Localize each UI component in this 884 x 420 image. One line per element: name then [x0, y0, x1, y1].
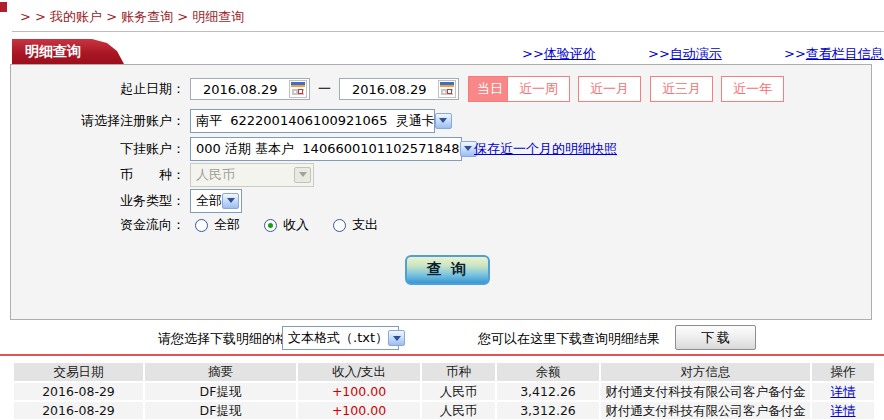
download-button[interactable]: 下载: [675, 325, 756, 350]
cell-summary: DF提现: [145, 383, 296, 400]
col-header-currency: 币种: [422, 363, 495, 381]
registered-account-label: 请选择注册账户：: [10, 112, 185, 130]
date-range-label: 起止日期：: [10, 80, 185, 98]
download-row: 请您选择下载明细的格式 文本格式（.txt） 您可以在这里下载查询明细结果 下载: [0, 325, 884, 351]
link-view-column-info[interactable]: >>查看栏目信息: [784, 45, 884, 63]
tab-detail-query[interactable]: 明细查询: [12, 39, 128, 64]
dropdown-arrow-icon[interactable]: [435, 113, 452, 129]
quick-range-week-button[interactable]: 近一周: [507, 76, 570, 102]
business-type-label: 业务类型：: [10, 192, 185, 210]
link-prefix: >>: [784, 46, 806, 61]
corner-mark: [0, 2, 7, 12]
date-separator: 一: [318, 80, 331, 98]
flow-option-income-label[interactable]: 收入: [283, 216, 309, 234]
cell-balance: 3,312.26: [497, 402, 599, 419]
quick-range-month-button[interactable]: 近一月: [578, 76, 641, 102]
registered-account-select[interactable]: 南平 6222001406100921065 灵通卡: [190, 109, 435, 133]
business-type-row: 业务类型： 全部: [10, 189, 242, 212]
save-snapshot-link[interactable]: 保存近一个月的明细快照: [474, 140, 617, 158]
table-top-divider: [0, 354, 884, 356]
cell-currency: 人民币: [422, 383, 495, 400]
calendar-icon[interactable]: [289, 80, 307, 98]
detail-query-page: > > 我的账户 > 账务查询 > 明细查询 明细查询 >>体验评价 >>自动演…: [0, 0, 884, 420]
cell-currency: 人民币: [422, 402, 495, 419]
transactions-table: 交易日期 摘要 收入/支出 币种 余额 对方信息 操作 2016-08-29 D…: [14, 363, 874, 419]
breadcrumb-divider: [12, 31, 884, 32]
sub-account-select[interactable]: 000 活期 基本户 1406600101102571848: [190, 137, 462, 161]
quick-range-year-button[interactable]: 近一年: [721, 76, 784, 102]
cell-amount: +100.00: [298, 383, 420, 400]
link-label: 自动演示: [670, 46, 722, 61]
col-header-summary: 摘要: [145, 363, 296, 381]
link-prefix: >>: [522, 46, 544, 61]
breadcrumb[interactable]: > > 我的账户 > 账务查询 > 明细查询: [20, 8, 244, 26]
radio-unchecked-icon[interactable]: [195, 219, 208, 232]
query-button[interactable]: 查 询: [405, 255, 490, 285]
col-header-date: 交易日期: [14, 363, 143, 381]
flow-option-all[interactable]: 全部: [195, 216, 240, 234]
col-header-balance: 余额: [497, 363, 599, 381]
detail-link[interactable]: 详情: [831, 384, 856, 399]
cell-date: 2016-08-29: [14, 383, 143, 400]
download-format-select[interactable]: 文本格式（.txt）: [282, 326, 399, 350]
link-label: 查看栏目信息: [806, 46, 884, 61]
cell-action: 详情: [812, 383, 874, 400]
flow-option-income[interactable]: 收入: [264, 216, 309, 234]
cell-balance: 3,412.26: [497, 383, 599, 400]
col-header-action: 操作: [812, 363, 874, 381]
col-header-amount: 收入/支出: [298, 363, 420, 381]
date-to-value: 2016.08.29: [352, 82, 426, 97]
sub-account-row: 下挂账户： 000 活期 基本户 1406600101102571848 保存近…: [10, 136, 617, 161]
business-type-select[interactable]: 全部: [190, 189, 242, 213]
download-format-value: 文本格式（.txt）: [288, 329, 388, 347]
fund-flow-row: 资金流向： 全部 收入 支出: [10, 216, 378, 234]
currency-row: 币 种： 人民币: [10, 163, 314, 186]
col-header-counterparty: 对方信息: [601, 363, 810, 381]
download-format-label: 请您选择下载明细的格式: [158, 330, 301, 348]
link-auto-demo[interactable]: >>自动演示: [648, 45, 722, 63]
download-hint: 您可以在这里下载查询明细结果: [478, 330, 660, 348]
cell-date: 2016-08-29: [14, 402, 143, 419]
sub-account-value: 000 活期 基本户 1406600101102571848: [196, 140, 460, 158]
dropdown-arrow-icon[interactable]: [222, 193, 239, 209]
dropdown-arrow-icon[interactable]: [388, 330, 405, 346]
flow-option-all-label[interactable]: 全部: [214, 216, 240, 234]
quick-range-quarter-button[interactable]: 近三月: [650, 76, 713, 102]
flow-option-expense-label[interactable]: 支出: [352, 216, 378, 234]
cell-amount: +100.00: [298, 402, 420, 419]
cell-action: 详情: [812, 402, 874, 419]
link-prefix: >>: [648, 46, 670, 61]
cell-counterparty: 财付通支付科技有限公司客户备付金: [601, 402, 810, 419]
date-to-input[interactable]: 2016.08.29: [339, 78, 459, 100]
currency-label: 币 种：: [10, 166, 185, 184]
date-from-value: 2016.08.29: [203, 82, 277, 97]
link-experience-feedback[interactable]: >>体验评价: [522, 45, 596, 63]
fund-flow-label: 资金流向：: [10, 216, 185, 234]
link-label: 体验评价: [544, 46, 596, 61]
sub-account-label: 下挂账户：: [10, 140, 185, 158]
currency-value: 人民币: [196, 166, 235, 184]
calendar-icon[interactable]: [438, 80, 456, 98]
dropdown-arrow-icon: [294, 167, 311, 183]
detail-link[interactable]: 详情: [831, 403, 856, 418]
registered-account-value: 南平 6222001406100921065 灵通卡: [196, 112, 435, 130]
currency-select-disabled: 人民币: [190, 163, 314, 187]
date-from-input[interactable]: 2016.08.29: [190, 78, 310, 100]
radio-unchecked-icon[interactable]: [333, 219, 346, 232]
cell-counterparty: 财付通支付科技有限公司客户备付金: [601, 383, 810, 400]
date-range-row: 起止日期： 2016.08.29 一 2016.08.29: [10, 77, 459, 101]
registered-account-row: 请选择注册账户： 南平 6222001406100921065 灵通卡: [10, 108, 435, 133]
business-type-value: 全部: [196, 192, 222, 210]
radio-checked-icon[interactable]: [264, 219, 277, 232]
flow-option-expense[interactable]: 支出: [333, 216, 378, 234]
quick-range-today-button[interactable]: 当日: [468, 76, 512, 102]
cell-summary: DF提现: [145, 402, 296, 419]
